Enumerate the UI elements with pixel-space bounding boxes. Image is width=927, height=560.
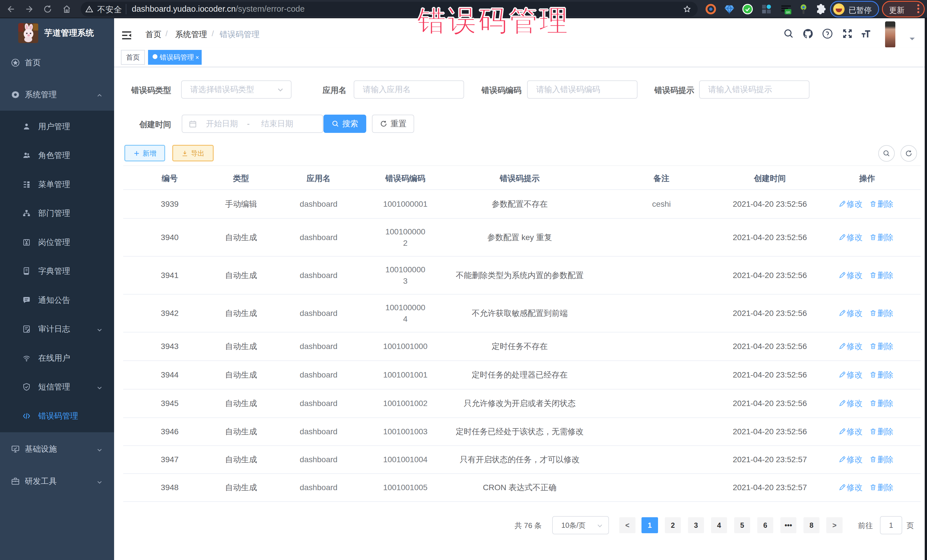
svg-text:on: on [786, 10, 790, 14]
